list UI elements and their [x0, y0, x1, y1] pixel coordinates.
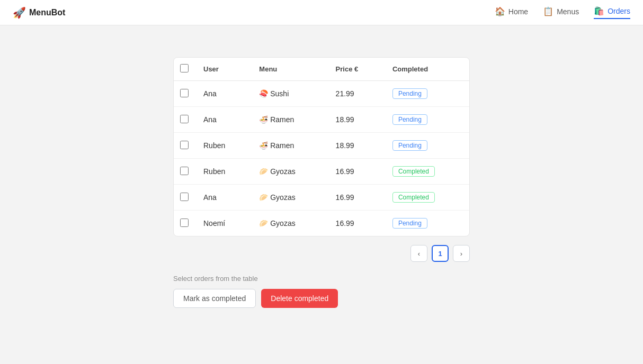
delete-completed-button[interactable]: Delete completed [261, 289, 338, 308]
menus-icon: 📋 [543, 6, 553, 16]
pagination: ‹ 1 › [173, 245, 470, 262]
status-badge: Pending [392, 88, 427, 99]
row-price: 16.99 [327, 159, 384, 185]
table-row: Noemí🥟 Gyozas16.99Pending [174, 211, 469, 236]
row-user: Noemí [195, 211, 251, 236]
nav-home-label: Home [508, 7, 528, 16]
main-nav: 🏠 Home 📋 Menus 🛍️ Orders [495, 6, 630, 19]
row-user: Ana [195, 81, 251, 107]
mark-completed-button[interactable]: Mark as completed [173, 289, 256, 308]
status-badge: Pending [392, 140, 427, 151]
table-row: Ana🥟 Gyozas16.99Completed [174, 185, 469, 211]
row-user: Ruben [195, 133, 251, 159]
row-status: Pending [384, 133, 469, 159]
nav-orders-label: Orders [608, 7, 630, 15]
row-3-checkbox[interactable] [180, 167, 189, 175]
row-checkbox-cell [174, 159, 195, 185]
table-row: Ana🍣 Sushi21.99Pending [174, 81, 469, 107]
row-menu: 🍣 Sushi [251, 81, 327, 107]
next-page-button[interactable]: › [453, 245, 470, 262]
row-checkbox-cell [174, 81, 195, 107]
table-row: Ana🍜 Ramen18.99Pending [174, 107, 469, 133]
row-checkbox-cell [174, 107, 195, 133]
logo: 🚀 MenuBot [13, 6, 65, 19]
row-status: Completed [384, 185, 469, 211]
status-badge: Pending [392, 218, 427, 229]
row-status: Pending [384, 81, 469, 107]
main-content: User Menu Price € Completed Ana🍣 Sushi21… [0, 25, 643, 329]
logo-icon: 🚀 [13, 6, 26, 19]
header-user: User [195, 58, 251, 81]
table-body: Ana🍣 Sushi21.99PendingAna🍜 Ramen18.99Pen… [174, 81, 469, 236]
header: 🚀 MenuBot 🏠 Home 📋 Menus 🛍️ Orders [0, 0, 643, 25]
row-checkbox-cell [174, 185, 195, 211]
row-5-checkbox[interactable] [180, 219, 189, 227]
table-header-row: User Menu Price € Completed [174, 58, 469, 81]
status-badge: Pending [392, 114, 427, 125]
row-user: Ana [195, 107, 251, 133]
row-checkbox-cell [174, 133, 195, 159]
row-status: Completed [384, 159, 469, 185]
header-menu: Menu [251, 58, 327, 81]
orders-table: User Menu Price € Completed Ana🍣 Sushi21… [174, 58, 469, 236]
row-menu: 🥟 Gyozas [251, 185, 327, 211]
nav-menus[interactable]: 📋 Menus [543, 6, 579, 19]
footer-actions: Select orders from the table Mark as com… [173, 275, 470, 308]
header-price: Price € [327, 58, 384, 81]
row-0-checkbox[interactable] [180, 89, 189, 97]
home-icon: 🏠 [495, 6, 505, 16]
row-menu: 🍜 Ramen [251, 133, 327, 159]
row-menu: 🥟 Gyozas [251, 159, 327, 185]
row-2-checkbox[interactable] [180, 141, 189, 149]
header-checkbox-col [174, 58, 195, 81]
row-status: Pending [384, 211, 469, 236]
table-row: Ruben🥟 Gyozas16.99Completed [174, 159, 469, 185]
table-row: Ruben🍜 Ramen18.99Pending [174, 133, 469, 159]
row-price: 16.99 [327, 185, 384, 211]
row-menu: 🍜 Ramen [251, 107, 327, 133]
status-badge: Completed [392, 192, 435, 203]
prev-page-button[interactable]: ‹ [410, 245, 427, 262]
row-user: Ana [195, 185, 251, 211]
nav-menus-label: Menus [557, 7, 579, 16]
row-price: 16.99 [327, 211, 384, 236]
row-user: Ruben [195, 159, 251, 185]
header-completed: Completed [384, 58, 469, 81]
orders-table-container: User Menu Price € Completed Ana🍣 Sushi21… [173, 57, 470, 236]
status-badge: Completed [392, 166, 435, 177]
select-all-checkbox[interactable] [180, 64, 189, 72]
row-price: 21.99 [327, 81, 384, 107]
row-menu: 🥟 Gyozas [251, 211, 327, 236]
row-checkbox-cell [174, 211, 195, 236]
row-price: 18.99 [327, 107, 384, 133]
logo-text: MenuBot [29, 8, 65, 17]
nav-orders[interactable]: 🛍️ Orders [594, 6, 630, 19]
row-price: 18.99 [327, 133, 384, 159]
row-1-checkbox[interactable] [180, 115, 189, 123]
footer-hint: Select orders from the table [173, 275, 470, 283]
row-status: Pending [384, 107, 469, 133]
orders-icon: 🛍️ [594, 6, 604, 16]
page-1-button[interactable]: 1 [432, 245, 449, 262]
row-4-checkbox[interactable] [180, 193, 189, 201]
nav-home[interactable]: 🏠 Home [495, 6, 528, 19]
action-buttons: Mark as completed Delete completed [173, 289, 470, 308]
